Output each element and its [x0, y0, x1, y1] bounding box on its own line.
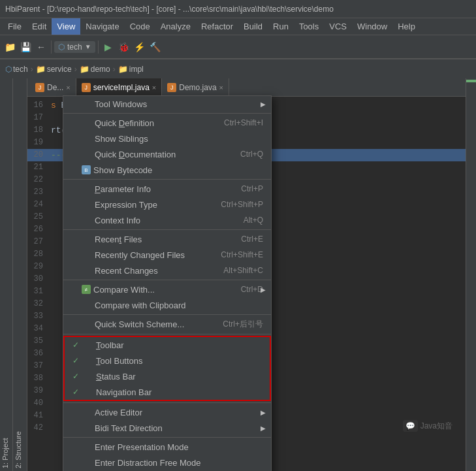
nav-sep-1: › — [31, 65, 33, 74]
sep-8 — [63, 437, 271, 438]
sep-3 — [63, 229, 271, 230]
title-bar: HbiParent - [D:\repo-hand\repo-tech\tech… — [0, 0, 476, 18]
quick-def-icon — [82, 118, 92, 128]
menu-edit[interactable]: Edit — [27, 18, 52, 35]
presentation-mode-label: Enter Presentation Mode — [95, 442, 263, 452]
active-editor-label: Active Editor — [95, 408, 263, 417]
build-btn[interactable]: 🔨 — [148, 40, 163, 54]
menu-run[interactable]: Run — [268, 18, 294, 35]
menu-recent-changes[interactable]: Recent Changes Alt+Shift+C — [63, 263, 271, 278]
menu-vcs[interactable]: VCS — [324, 18, 352, 35]
menu-bidi-text[interactable]: Bidi Text Direction — [63, 420, 271, 436]
profile-btn[interactable]: ⚡ — [133, 40, 147, 54]
quick-switch-label: Quick Switch Scheme... — [95, 319, 210, 329]
context-info-icon — [82, 215, 92, 225]
menu-recent-files[interactable]: Recent Files Ctrl+E — [63, 231, 271, 247]
menu-context-info[interactable]: Context Info Alt+Q — [63, 212, 271, 228]
compare-clipboard-label: Compare with Clipboard — [95, 300, 263, 310]
nav-demo[interactable]: 📁 demo — [80, 65, 110, 74]
menu-compare-clipboard[interactable]: Compare with Clipboard — [63, 297, 271, 313]
sep-4 — [63, 280, 271, 280]
status-bar-label: Status Bar — [96, 372, 262, 382]
compare-with-shortcut: Ctrl+D — [228, 285, 263, 294]
compare-icon: ≠ — [82, 285, 91, 294]
recent-files-label: Recent Files — [95, 235, 228, 244]
show-siblings-icon — [82, 133, 92, 144]
nav-tech-label: tech — [13, 65, 28, 74]
menu-tools[interactable]: Tools — [294, 18, 324, 35]
menu-window[interactable]: Window — [352, 18, 392, 35]
run-btn[interactable]: ▶ — [101, 40, 116, 54]
menu-recently-changed[interactable]: Recently Changed Files Ctrl+Shift+E — [63, 247, 271, 263]
nav-tech[interactable]: ⬡ tech — [5, 65, 28, 74]
quick-documentation-shortcut: Ctrl+Q — [227, 150, 263, 159]
sep-6 — [63, 334, 271, 334]
toolbar-back-btn[interactable]: ← — [34, 40, 48, 54]
show-bytecode-label: Show Bytecode — [93, 165, 263, 175]
sep-1 — [63, 113, 271, 114]
dropdown-menu: Tool Windows Quick Definition Ctrl+Shift… — [63, 95, 272, 471]
presentation-icon — [82, 442, 92, 452]
parameter-info-shortcut: Ctrl+P — [228, 184, 263, 193]
check-tool-buttons: ✓ — [72, 356, 83, 365]
context-info-shortcut: Alt+Q — [230, 216, 263, 225]
menu-tool-buttons[interactable]: ✓ Tool Buttons — [65, 353, 270, 368]
menu-show-siblings[interactable]: Show Siblings — [63, 131, 271, 146]
menu-presentation-mode[interactable]: Enter Presentation Mode — [63, 439, 271, 455]
bidi-text-icon — [82, 423, 92, 433]
menu-analyze[interactable]: Analyze — [155, 18, 196, 35]
menu-distraction-free[interactable]: Enter Distraction Free Mode — [63, 455, 271, 470]
nav-impl[interactable]: 📁 impl — [118, 65, 144, 74]
recently-changed-icon — [82, 250, 92, 260]
menu-help[interactable]: Help — [392, 18, 420, 35]
nav-impl-label: impl — [129, 65, 144, 74]
tool-buttons-icon — [83, 355, 93, 366]
menu-compare-with[interactable]: ≠ Compare With... Ctrl+D — [63, 282, 271, 297]
menu-quick-definition[interactable]: Quick Definition Ctrl+Shift+I — [63, 115, 271, 131]
nav-sep-2: › — [74, 65, 77, 74]
menu-expression-type[interactable]: Expression Type Ctrl+Shift+P — [63, 197, 271, 212]
check-nav-bar: ✓ — [72, 387, 83, 397]
menu-file[interactable]: File — [3, 18, 27, 35]
menu-navigate[interactable]: Navigate — [80, 18, 124, 35]
toolbar-save-btn[interactable]: 💾 — [18, 40, 33, 54]
menu-tool-windows[interactable]: Tool Windows — [63, 96, 271, 112]
menu-refactor[interactable]: Refactor — [196, 18, 238, 35]
menu-toolbar[interactable]: ✓ Toolbar — [65, 337, 270, 353]
tool-windows-icon — [82, 99, 92, 109]
nav-service[interactable]: 📁 service — [36, 65, 72, 74]
quick-definition-label: Quick Definition — [95, 118, 211, 128]
quick-switch-shortcut: Ctrl+后引号 — [210, 319, 263, 330]
toolbar: 📁 💾 ← ⬡ tech ▼ ▶ 🐞 ⚡ 🔨 — [0, 35, 476, 59]
menu-quick-documentation[interactable]: Quick Documentation Ctrl+Q — [63, 146, 271, 162]
compare-clipboard-icon — [82, 300, 92, 310]
menu-active-editor[interactable]: Active Editor — [63, 404, 271, 420]
menu-build[interactable]: Build — [238, 18, 268, 35]
quick-doc-icon — [82, 149, 92, 159]
toolbar-open-btn[interactable]: 📁 — [3, 40, 17, 54]
tech-dropdown[interactable]: ⬡ tech ▼ — [54, 41, 95, 53]
show-siblings-label: Show Siblings — [95, 134, 263, 144]
menu-status-bar[interactable]: ✓ Status Bar — [65, 368, 270, 384]
recently-changed-label: Recently Changed Files — [95, 250, 208, 260]
expression-type-icon — [82, 199, 92, 210]
menu-navigation-bar[interactable]: ✓ Navigation Bar — [65, 384, 270, 400]
title-text: HbiParent - [D:\repo-hand\repo-tech\tech… — [5, 5, 334, 14]
debug-btn[interactable]: 🐞 — [117, 40, 131, 54]
navigation-bar-label: Navigation Bar — [96, 387, 262, 397]
recent-changes-icon — [82, 265, 92, 276]
toolbar-label: Toolbar — [96, 340, 262, 350]
context-info-label: Context Info — [95, 216, 230, 225]
menu-view[interactable]: View — [52, 18, 80, 35]
dropdown-overlay: Tool Windows Quick Definition Ctrl+Shift… — [0, 78, 476, 471]
recent-changes-shortcut: Alt+Shift+C — [210, 266, 263, 275]
recent-files-icon — [82, 234, 92, 244]
menu-code[interactable]: Code — [125, 18, 155, 35]
expression-type-shortcut: Ctrl+Shift+P — [208, 200, 263, 209]
menu-parameter-info[interactable]: Parameter Info Ctrl+P — [63, 181, 271, 197]
recently-changed-shortcut: Ctrl+Shift+E — [208, 250, 263, 259]
menu-show-bytecode[interactable]: B Show Bytecode — [63, 162, 271, 178]
quick-documentation-label: Quick Documentation — [95, 150, 227, 159]
menu-quick-switch[interactable]: Quick Switch Scheme... Ctrl+后引号 — [63, 316, 271, 333]
check-toolbar: ✓ — [72, 340, 83, 349]
